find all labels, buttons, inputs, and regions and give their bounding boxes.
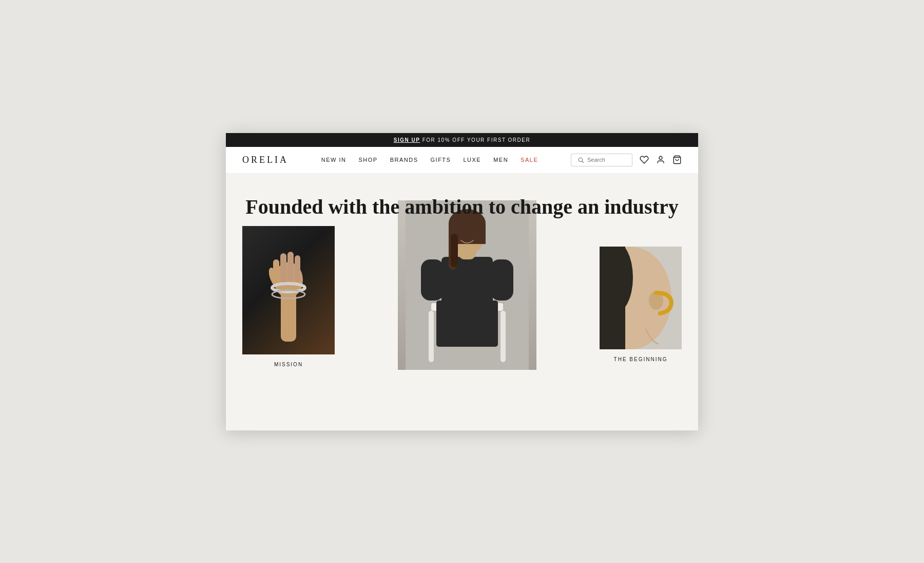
right-image-col: THE BEGINNING (600, 247, 682, 362)
earring-image (600, 247, 682, 349)
header: ORELIA NEW IN SHOP BRANDS GIFTS LUXE MEN… (226, 147, 698, 174)
nav-item-brands[interactable]: BRANDS (390, 157, 418, 163)
hand-shape (263, 239, 314, 342)
nav-item-new-in[interactable]: NEW IN (321, 157, 346, 163)
hand-silhouette (263, 239, 314, 342)
announcement-text: FOR 10% OFF YOUR FIRST ORDER (420, 137, 530, 143)
wishlist-button[interactable] (640, 155, 649, 164)
nav-item-men[interactable]: MEN (493, 157, 508, 163)
svg-rect-16 (500, 311, 506, 362)
search-input[interactable] (587, 157, 628, 163)
user-icon (656, 155, 665, 164)
announcement-bar: SIGN UP FOR 10% OFF YOUR FIRST ORDER (226, 133, 698, 147)
main-content: Founded with the ambition to change an i… (226, 174, 698, 430)
account-button[interactable] (656, 155, 665, 164)
svg-rect-28 (436, 301, 498, 347)
browser-window: SIGN UP FOR 10% OFF YOUR FIRST ORDER ORE… (226, 133, 698, 430)
search-bar[interactable] (571, 154, 632, 166)
svg-point-0 (579, 158, 583, 162)
bag-icon (672, 155, 682, 164)
nav-item-shop[interactable]: SHOP (358, 157, 377, 163)
cart-button[interactable] (672, 155, 682, 164)
svg-rect-18 (421, 259, 444, 301)
svg-line-1 (582, 161, 584, 162)
svg-rect-19 (490, 259, 513, 301)
search-icon (578, 157, 584, 163)
svg-rect-9 (295, 255, 300, 282)
center-image-col (398, 200, 536, 370)
nav-item-luxe[interactable]: LUXE (463, 157, 481, 163)
person-silhouette (406, 200, 529, 370)
svg-rect-8 (287, 252, 294, 282)
header-actions (571, 154, 682, 166)
signup-link[interactable]: SIGN UP (394, 137, 420, 143)
face-earring-silhouette (600, 247, 682, 349)
nav-item-gifts[interactable]: GIFTS (431, 157, 451, 163)
hero-title: Founded with the ambition to change an i… (242, 194, 682, 220)
svg-rect-15 (429, 311, 434, 362)
bracelet-image (242, 226, 335, 354)
svg-point-2 (659, 156, 662, 159)
left-image-col: MISSION (242, 226, 335, 367)
main-nav: NEW IN SHOP BRANDS GIFTS LUXE MEN SALE (321, 157, 538, 163)
logo[interactable]: ORELIA (242, 155, 288, 165)
svg-rect-27 (451, 234, 458, 267)
left-caption: MISSION (274, 362, 303, 367)
images-row: MISSION (242, 216, 682, 370)
person-seated-image (398, 200, 536, 370)
heart-icon (640, 155, 649, 164)
nav-item-sale[interactable]: SALE (521, 157, 538, 163)
svg-rect-7 (280, 253, 286, 283)
right-caption: THE BEGINNING (614, 356, 668, 362)
